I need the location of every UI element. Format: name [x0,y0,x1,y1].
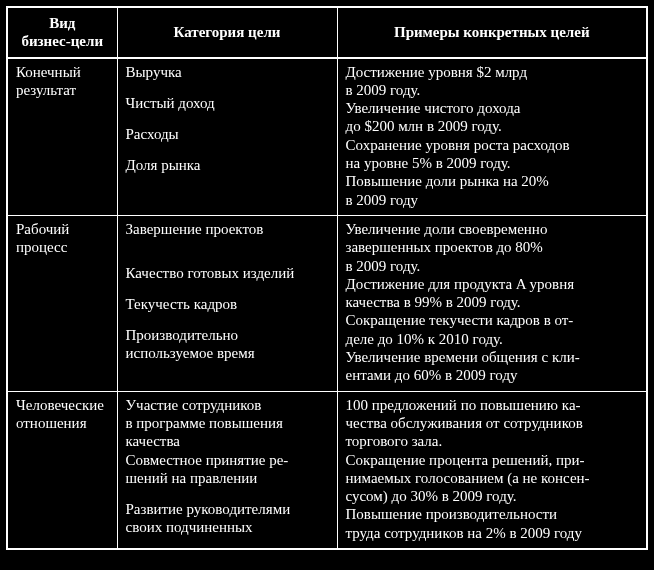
text-line: качества [126,432,329,450]
text-line: Рабочий [16,220,109,238]
text-line: качества в 99% в 2009 году. [346,293,639,311]
text-line: Увеличение чистого дохода [346,99,639,117]
cell-category: Завершение проектов Качество готовых изд… [117,215,337,391]
text-line: Участие сотрудников [126,396,329,414]
text-line: на уровне 5% в 2009 году. [346,154,639,172]
text-line: Достижение уровня $2 млрд [346,63,639,81]
text-line: шений на правлении [126,469,329,487]
text-line: своих подчиненных [126,518,329,536]
goals-table: Вид бизнес-цели Категория цели Примеры к… [6,6,648,550]
text-line: Сокращение текучести кадров в от- [346,311,639,329]
text-line: 100 предложений по повышению ка- [346,396,639,414]
text-line: Чистый доход [126,94,329,112]
table-row: Человеческие отношения Участие сотрудник… [7,391,647,549]
spacer [126,251,329,264]
text-line: Увеличение времени общения с кли- [346,348,639,366]
text-line: в 2009 году. [346,81,639,99]
text-line: труда сотрудников на 2% в 2009 году [346,524,639,542]
text-line: Сохранение уровня роста расходов [346,136,639,154]
text-line: процесс [16,238,109,256]
text-line: Достижение для продукта A уровня [346,275,639,293]
text-line: Завершение проектов [126,220,329,238]
cell-category: Выручка Чистый доход Расходы Доля рынка [117,58,337,216]
cell-examples: Увеличение доли своевременно завершенных… [337,215,647,391]
text-line: чества обслуживания от сотрудников [346,414,639,432]
spacer [126,112,329,125]
cell-category: Участие сотрудников в программе повышени… [117,391,337,549]
col-header-type: Вид бизнес-цели [7,7,117,58]
text-line: Производительно [126,326,329,344]
text-line: используемое время [126,344,329,362]
cell-examples: Достижение уровня $2 млрд в 2009 году. У… [337,58,647,216]
text-line: Сокращение процента решений, при- [346,451,639,469]
text-line: Повышение доли рынка на 20% [346,172,639,190]
text-line: в 2009 году [346,191,639,209]
table-row: Рабочий процесс Завершение проектов Каче… [7,215,647,391]
col-header-type-line2: бизнес-цели [16,32,109,50]
cell-type: Человеческие отношения [7,391,117,549]
cell-type: Конечный результат [7,58,117,216]
text-line: Совместное принятие ре- [126,451,329,469]
cell-examples: 100 предложений по повышению ка- чества … [337,391,647,549]
spacer [126,238,329,251]
col-header-category: Категория цели [117,7,337,58]
col-header-examples: Примеры конкретных целей [337,7,647,58]
text-line: результат [16,81,109,99]
table-row: Конечный результат Выручка Чистый доход … [7,58,647,216]
text-line: ентами до 60% в 2009 году [346,366,639,384]
text-line: Доля рынка [126,156,329,174]
text-line: отношения [16,414,109,432]
table-header-row: Вид бизнес-цели Категория цели Примеры к… [7,7,647,58]
spacer [126,143,329,156]
text-line: Человеческие [16,396,109,414]
page: Вид бизнес-цели Категория цели Примеры к… [0,0,654,556]
text-line: деле до 10% к 2010 году. [346,330,639,348]
spacer [126,81,329,94]
cell-type: Рабочий процесс [7,215,117,391]
text-line: Увеличение доли своевременно [346,220,639,238]
text-line: Текучесть кадров [126,295,329,313]
text-line: торгового зала. [346,432,639,450]
text-line: Развитие руководителями [126,500,329,518]
text-line: до $200 млн в 2009 году. [346,117,639,135]
text-line: сусом) до 30% в 2009 году. [346,487,639,505]
text-line: в программе повышения [126,414,329,432]
text-line: Повышение производительности [346,505,639,523]
spacer [126,313,329,326]
text-line: Выручка [126,63,329,81]
col-header-type-line1: Вид [16,14,109,32]
text-line: Конечный [16,63,109,81]
text-line: Расходы [126,125,329,143]
text-line: завершенных проектов до 80% [346,238,639,256]
text-line: Качество готовых изделий [126,264,329,282]
spacer [126,282,329,295]
text-line: в 2009 году. [346,257,639,275]
text-line: нимаемых голосованием (а не консен- [346,469,639,487]
spacer [126,487,329,500]
